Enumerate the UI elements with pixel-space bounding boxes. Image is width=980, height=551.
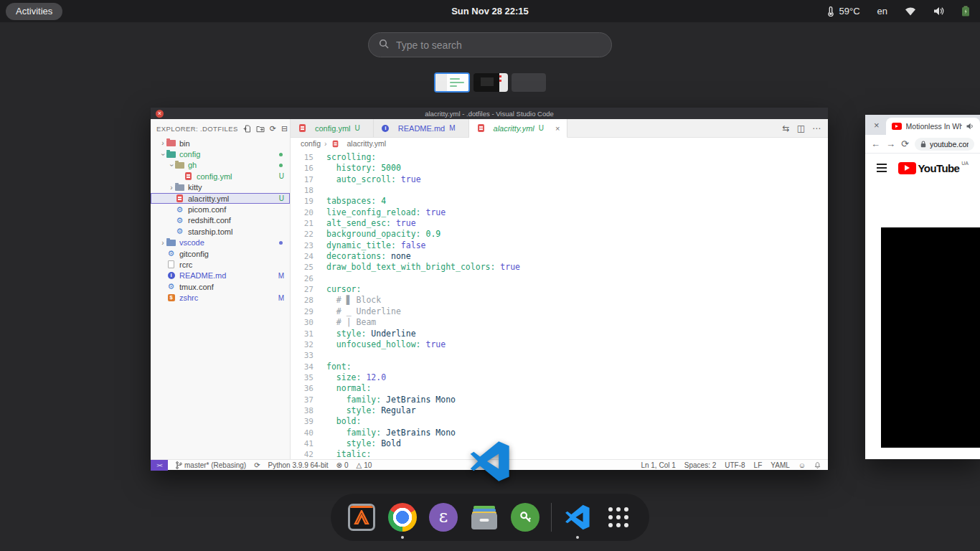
dock-item-alacritty[interactable]	[347, 502, 377, 532]
collapse-all-icon[interactable]: ⊟	[281, 125, 288, 133]
sync-button[interactable]: ⟳	[254, 461, 260, 469]
lock-icon	[920, 138, 926, 151]
notifications-bell[interactable]	[814, 461, 821, 469]
tree-item-label: tmux.conf	[179, 283, 290, 291]
breadcrumb-file[interactable]: alacritty.yml	[347, 139, 387, 148]
wifi-icon[interactable]	[905, 6, 916, 16]
tree-item-rcrc[interactable]: rcrc	[151, 259, 290, 270]
split-editor-icon[interactable]: ◫	[797, 123, 805, 133]
tab-close-icon[interactable]: ×	[555, 124, 560, 133]
feedback-button[interactable]: ☺	[798, 461, 806, 469]
tab-audio-icon[interactable]	[966, 120, 974, 133]
volume-icon[interactable]	[933, 6, 944, 16]
workspace-empty[interactable]	[512, 73, 546, 92]
line-number: 17	[291, 174, 318, 185]
language-mode[interactable]: YAML	[771, 461, 790, 469]
tree-item-zshrc[interactable]: $zshrcM	[151, 292, 290, 303]
folder-icon	[166, 151, 176, 158]
tab-README.md[interactable]: iREADME.mdM	[374, 119, 469, 137]
tree-item-picom.conf[interactable]: ⚙picom.conf	[151, 204, 290, 215]
chrome-active-tab[interactable]: Motionless In White - /	[886, 118, 980, 135]
back-icon[interactable]: ←	[871, 138, 880, 149]
code-line: 40 family: JetBrains Mono	[291, 428, 828, 438]
keyboard-layout[interactable]: en	[877, 6, 887, 17]
editor-column: config.ymlUiREADME.mdMalacritty.ymlU×⇆◫⋯…	[291, 119, 828, 459]
folder-icon	[166, 140, 176, 146]
vscode-window[interactable]: × alacritty.yml - .dotfiles - Visual Stu…	[151, 108, 828, 470]
git-status-badge: M	[278, 294, 284, 302]
refresh-icon[interactable]: ⟳	[270, 125, 276, 133]
activities-button[interactable]: Activities	[6, 3, 62, 20]
chevron-right-icon: ›	[159, 139, 166, 147]
tab-config.yml[interactable]: config.ymlU	[291, 119, 374, 137]
python-version[interactable]: Python 3.9.9 64-bit	[268, 461, 329, 469]
warnings-count[interactable]: △10	[356, 461, 372, 469]
search-bar[interactable]	[368, 32, 612, 57]
remote-indicator[interactable]: ><	[151, 460, 168, 471]
emacs-icon: ε	[429, 503, 458, 532]
tab-close-icon[interactable]: ×	[865, 120, 886, 135]
vscode-app-icon[interactable]	[469, 440, 511, 483]
chrome-window[interactable]: × Motionless In White - / ← → ⟳ youtube.…	[865, 115, 980, 459]
tree-item-kitty[interactable]: ›kitty	[151, 182, 290, 193]
dock-item-vscode[interactable]	[562, 502, 593, 532]
new-file-icon[interactable]	[243, 125, 251, 133]
tree-item-gh[interactable]: ›gh	[151, 160, 290, 171]
indentation[interactable]: Spaces: 2	[684, 461, 716, 469]
tree-item-gitconfig[interactable]: ⚙gitconfig	[151, 248, 290, 259]
youtube-header: YouTube UA	[865, 154, 980, 182]
tree-item-alacritty.yml[interactable]: alacritty.ymlU	[151, 193, 290, 204]
tree-item-tmux.conf[interactable]: ⚙tmux.conf	[151, 281, 290, 292]
video-player[interactable]	[881, 227, 980, 448]
errors-count[interactable]: ⊗0	[336, 461, 349, 469]
dock-item-emacs[interactable]: ε	[428, 502, 458, 532]
line-content: background_opacity: 0.9	[318, 229, 440, 240]
git-status-badge: U	[279, 194, 284, 202]
forward-icon[interactable]: →	[886, 138, 895, 149]
dock-item-chrome[interactable]	[387, 502, 418, 532]
breadcrumb[interactable]: config › alacritty.yml	[291, 138, 828, 149]
youtube-logo[interactable]: YouTube UA	[898, 162, 969, 174]
menu-hamburger-icon[interactable]	[877, 164, 887, 172]
address-bar[interactable]: youtube.com/wa	[915, 138, 974, 151]
git-branch[interactable]: master* (Rebasing)	[176, 461, 246, 469]
folder-icon	[166, 240, 176, 246]
tree-item-redshift.conf[interactable]: ⚙redshift.conf	[151, 215, 290, 226]
line-number: 32	[291, 339, 318, 350]
new-folder-icon[interactable]	[256, 125, 265, 133]
workspace-vscode[interactable]	[434, 72, 470, 93]
vscode-titlebar[interactable]: × alacritty.yml - .dotfiles - Visual Stu…	[151, 108, 828, 119]
more-actions-icon[interactable]: ⋯	[812, 123, 821, 133]
tree-item-config.yml[interactable]: config.ymlU	[151, 171, 290, 182]
encoding[interactable]: UTF-8	[725, 461, 745, 469]
eol-sequence[interactable]: LF	[754, 461, 763, 469]
search-input[interactable]	[396, 39, 601, 51]
dock-item-files[interactable]	[469, 502, 499, 532]
system-status-area[interactable]: 59°C en	[827, 0, 970, 22]
line-number: 16	[291, 163, 318, 174]
window-close-button[interactable]: ×	[156, 110, 164, 118]
dock-item-keepassxc[interactable]	[510, 502, 540, 532]
clock[interactable]: Sun Nov 28 22:15	[451, 6, 529, 17]
line-number: 40	[291, 428, 318, 438]
cursor-position[interactable]: Ln 1, Col 1	[641, 461, 675, 469]
git-status-dot	[279, 153, 283, 156]
tree-item-README.md[interactable]: iREADME.mdM	[151, 270, 290, 281]
tree-item-config[interactable]: ›config	[151, 149, 290, 159]
open-changes-icon[interactable]: ⇆	[783, 123, 790, 133]
tab-alacritty.yml[interactable]: alacritty.ymlU×	[469, 119, 568, 138]
reload-icon[interactable]: ⟳	[901, 138, 909, 149]
breadcrumb-folder[interactable]: config	[301, 139, 321, 148]
tree-item-bin[interactable]: ›bin	[151, 138, 290, 149]
dock-item-app-grid[interactable]	[603, 502, 633, 532]
battery-charging-icon[interactable]	[961, 6, 970, 17]
code-editor[interactable]: 15scrolling:16 history: 500017 auto_scro…	[291, 149, 828, 459]
line-number: 21	[291, 218, 318, 229]
tree-item-starship.toml[interactable]: ⚙starship.toml	[151, 226, 290, 237]
workspace-youtube[interactable]	[473, 73, 508, 92]
error-icon: ⊗	[336, 461, 342, 469]
tree-item-label: config	[179, 150, 279, 159]
tree-item-vscode[interactable]: ›vscode	[151, 237, 290, 248]
code-line: 19tabspaces: 4	[291, 196, 828, 207]
code-line: 37 family: JetBrains Mono	[291, 395, 828, 405]
